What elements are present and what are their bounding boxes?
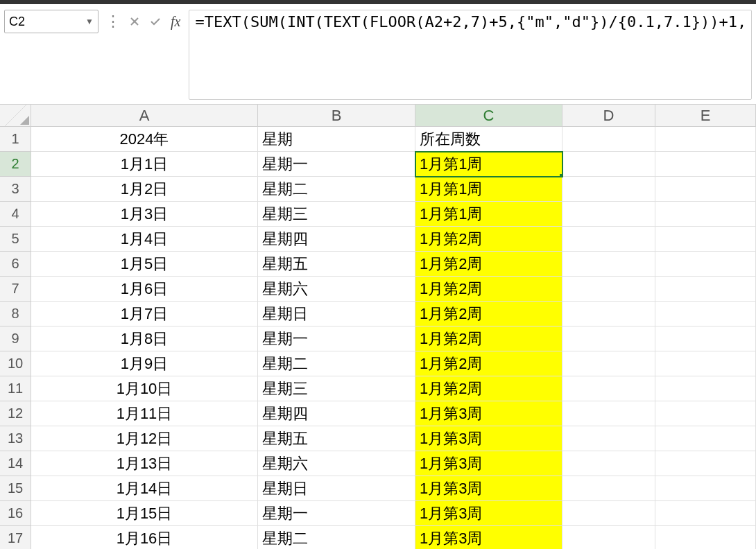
cell[interactable]: 所在周数 [415, 127, 562, 152]
cell[interactable] [562, 252, 655, 277]
cell[interactable]: 1月第2周 [415, 277, 562, 302]
cell[interactable]: 星期 [258, 127, 415, 152]
cell[interactable] [655, 326, 756, 351]
cell[interactable]: 1月8日 [31, 326, 258, 351]
cell[interactable] [562, 401, 655, 426]
cell[interactable]: 1月16日 [31, 526, 258, 549]
cell[interactable] [655, 177, 756, 202]
cell[interactable] [562, 277, 655, 302]
row-header[interactable]: 4 [0, 202, 31, 227]
cell[interactable]: 1月第2周 [415, 326, 562, 351]
cell[interactable]: 星期一 [258, 152, 415, 177]
cell[interactable] [562, 227, 655, 252]
cell[interactable]: 1月第2周 [415, 376, 562, 401]
row-header[interactable]: 9 [0, 326, 31, 351]
column-header-d[interactable]: D [562, 105, 655, 127]
cell[interactable]: 星期六 [258, 451, 415, 476]
cell[interactable] [562, 476, 655, 501]
row-header[interactable]: 5 [0, 227, 31, 252]
column-header-a[interactable]: A [31, 105, 258, 127]
cell[interactable] [562, 177, 655, 202]
column-header-c[interactable]: C [415, 105, 562, 127]
cell[interactable]: 星期一 [258, 326, 415, 351]
cell[interactable] [562, 451, 655, 476]
cell[interactable] [655, 451, 756, 476]
cell[interactable]: 1月第1周 [415, 152, 562, 177]
cell[interactable]: 星期五 [258, 252, 415, 277]
cell[interactable] [562, 501, 655, 526]
cell[interactable]: 1月6日 [31, 277, 258, 302]
cell[interactable]: 星期三 [258, 376, 415, 401]
cell[interactable]: 星期日 [258, 476, 415, 501]
confirm-formula-button[interactable] [147, 13, 164, 30]
cell[interactable]: 星期日 [258, 302, 415, 326]
cell[interactable] [562, 302, 655, 326]
select-all-corner[interactable] [0, 105, 31, 127]
cell[interactable]: 星期二 [258, 177, 415, 202]
row-header[interactable]: 15 [0, 476, 31, 501]
cell[interactable] [562, 127, 655, 152]
cell[interactable]: 1月5日 [31, 252, 258, 277]
name-box-input[interactable] [9, 15, 83, 29]
cell[interactable]: 1月10日 [31, 376, 258, 401]
cell[interactable]: 星期四 [258, 401, 415, 426]
cell[interactable]: 1月第3周 [415, 426, 562, 451]
cell[interactable]: 1月第2周 [415, 302, 562, 326]
cell[interactable]: 1月第1周 [415, 202, 562, 227]
cell[interactable] [655, 351, 756, 376]
cell[interactable] [655, 202, 756, 227]
cell[interactable]: 1月第3周 [415, 401, 562, 426]
cell[interactable]: 1月第2周 [415, 227, 562, 252]
cell[interactable]: 2024年 [31, 127, 258, 152]
cell[interactable]: 星期一 [258, 501, 415, 526]
cell[interactable]: 星期四 [258, 227, 415, 252]
cell[interactable] [655, 252, 756, 277]
cell[interactable] [562, 426, 655, 451]
cell[interactable] [655, 227, 756, 252]
cell[interactable]: 1月第3周 [415, 526, 562, 549]
chevron-down-icon[interactable]: ▼ [83, 17, 94, 26]
cell[interactable] [655, 376, 756, 401]
cell[interactable]: 1月第3周 [415, 476, 562, 501]
cell[interactable]: 星期二 [258, 351, 415, 376]
cell[interactable] [562, 326, 655, 351]
row-header[interactable]: 8 [0, 302, 31, 326]
row-header[interactable]: 7 [0, 277, 31, 302]
cell[interactable] [655, 127, 756, 152]
cell[interactable] [655, 401, 756, 426]
cell[interactable]: 1月第2周 [415, 252, 562, 277]
cancel-formula-button[interactable] [126, 13, 143, 30]
cell[interactable]: 星期二 [258, 526, 415, 549]
row-header[interactable]: 1 [0, 127, 31, 152]
cell[interactable]: 星期三 [258, 202, 415, 227]
cell[interactable]: 1月第3周 [415, 451, 562, 476]
cell[interactable]: 1月2日 [31, 177, 258, 202]
cell[interactable]: 1月7日 [31, 302, 258, 326]
row-header[interactable]: 11 [0, 376, 31, 401]
row-header[interactable]: 10 [0, 351, 31, 376]
name-box[interactable]: ▼ [4, 10, 98, 33]
cell[interactable]: 1月12日 [31, 426, 258, 451]
row-header[interactable]: 16 [0, 501, 31, 526]
cell[interactable] [655, 426, 756, 451]
row-header[interactable]: 17 [0, 526, 31, 549]
cell[interactable]: 星期五 [258, 426, 415, 451]
fx-label[interactable]: fx [168, 14, 183, 30]
cell[interactable]: 1月第3周 [415, 501, 562, 526]
row-header[interactable]: 12 [0, 401, 31, 426]
cell[interactable]: 1月第2周 [415, 351, 562, 376]
cell[interactable] [655, 526, 756, 549]
row-header[interactable]: 14 [0, 451, 31, 476]
cell[interactable]: 1月3日 [31, 202, 258, 227]
formula-input[interactable] [195, 13, 746, 31]
row-header[interactable]: 13 [0, 426, 31, 451]
cell[interactable]: 1月15日 [31, 501, 258, 526]
cell[interactable] [562, 376, 655, 401]
cell[interactable]: 星期六 [258, 277, 415, 302]
cell[interactable] [562, 526, 655, 549]
cell[interactable]: 1月13日 [31, 451, 258, 476]
row-header[interactable]: 3 [0, 177, 31, 202]
cell[interactable] [562, 202, 655, 227]
cell[interactable]: 1月第1周 [415, 177, 562, 202]
cell[interactable] [655, 277, 756, 302]
